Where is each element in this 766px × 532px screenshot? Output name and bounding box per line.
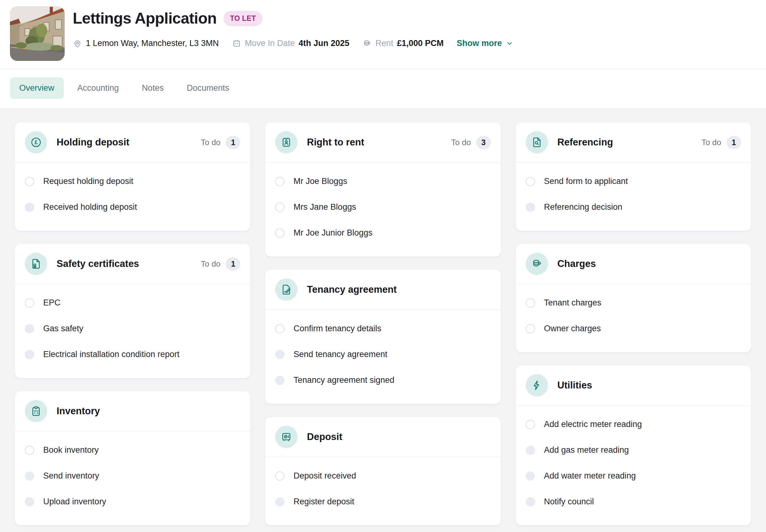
card-deposit: Deposit Deposit received Register deposi…	[265, 417, 501, 525]
safe-icon	[275, 426, 297, 448]
rent-label: Rent	[375, 39, 393, 48]
task-checkbox[interactable]	[275, 203, 284, 212]
task-checkbox[interactable]	[275, 376, 284, 385]
task-row[interactable]: Received holding deposit	[25, 194, 240, 220]
task-label: Upload inventory	[43, 497, 106, 507]
task-row[interactable]: Send form to applicant	[526, 168, 741, 194]
address-group: 1 Lemon Way, Manchester, L3 3MN	[73, 39, 219, 48]
task-label: Confirm tenancy details	[293, 324, 381, 333]
task-checkbox[interactable]	[526, 446, 535, 455]
card-title: Tenancy agreement	[307, 284, 491, 295]
tab-accounting[interactable]: Accounting	[68, 77, 128, 99]
task-row[interactable]: Referencing decision	[526, 194, 741, 220]
task-checkbox[interactable]	[25, 324, 34, 333]
card-inventory: Inventory Book inventory Send inventory …	[15, 391, 250, 525]
task-checkbox[interactable]	[25, 350, 34, 359]
status-badge: TO LET	[223, 11, 263, 26]
task-row[interactable]: Confirm tenancy details	[275, 316, 491, 342]
pound-circle-icon: £	[25, 131, 47, 154]
task-label: Notify council	[544, 497, 594, 507]
task-row[interactable]: Add water meter reading	[526, 463, 741, 489]
task-checkbox[interactable]	[526, 497, 535, 507]
task-label: Deposit received	[293, 471, 356, 481]
task-row[interactable]: Notify council	[526, 489, 741, 515]
show-more-button[interactable]: Show more	[457, 39, 513, 48]
task-label: Mr Joe Junior Bloggs	[293, 228, 372, 238]
task-label: Owner charges	[544, 324, 601, 333]
task-row[interactable]: Mrs Jane Bloggs	[275, 194, 491, 220]
task-row[interactable]: Tenancy agreement signed	[275, 367, 491, 393]
task-label: Add gas meter reading	[544, 445, 629, 455]
task-checkbox[interactable]	[275, 350, 284, 359]
bolt-icon	[526, 374, 548, 397]
todo-label: To do	[201, 259, 221, 269]
overview-board: £ Holding deposit To do 1 Request holdin…	[0, 108, 766, 532]
task-row[interactable]: EPC	[25, 290, 240, 316]
page: { "header": { "title": "Lettings Applica…	[0, 0, 766, 532]
task-checkbox[interactable]	[25, 298, 34, 308]
task-checkbox[interactable]	[275, 177, 284, 186]
task-row[interactable]: Register deposit	[275, 489, 491, 515]
task-checkbox[interactable]	[25, 177, 34, 186]
task-row[interactable]: Owner charges	[526, 316, 741, 342]
move-in-group: Move In Date 4th Jun 2025	[232, 39, 349, 48]
task-row[interactable]: Upload inventory	[25, 489, 240, 515]
certificate-icon	[25, 253, 47, 275]
task-checkbox[interactable]	[25, 471, 34, 481]
task-row[interactable]: Add electric meter reading	[526, 411, 741, 437]
card-holding-deposit: £ Holding deposit To do 1 Request holdin…	[15, 122, 250, 231]
task-checkbox[interactable]	[25, 446, 34, 455]
task-row[interactable]: Send tenancy agreement	[275, 342, 491, 367]
task-label: Add water meter reading	[544, 471, 636, 481]
todo-label: To do	[451, 138, 471, 147]
card-right-to-rent: Right to rent To do 3 Mr Joe Bloggs Mrs …	[265, 122, 501, 257]
task-checkbox[interactable]	[25, 203, 34, 212]
todo-count-badge: 1	[226, 257, 240, 271]
tab-notes[interactable]: Notes	[132, 77, 173, 99]
coins-icon	[362, 39, 372, 48]
task-row[interactable]: Add gas meter reading	[526, 437, 741, 463]
task-row[interactable]: Tenant charges	[526, 290, 741, 316]
tab-overview[interactable]: Overview	[10, 77, 64, 99]
task-checkbox[interactable]	[526, 298, 535, 308]
task-row[interactable]: Deposit received	[275, 463, 491, 489]
task-checkbox[interactable]	[526, 177, 535, 186]
task-checkbox[interactable]	[526, 471, 535, 481]
card-referencing: Referencing To do 1 Send form to applica…	[516, 122, 751, 231]
task-checkbox[interactable]	[526, 203, 535, 212]
task-checkbox[interactable]	[526, 324, 535, 333]
rent-value: £1,000 PCM	[397, 39, 444, 48]
task-row[interactable]: Mr Joe Bloggs	[275, 168, 491, 194]
document-search-icon	[526, 131, 548, 154]
task-checkbox[interactable]	[25, 497, 34, 507]
card-tenancy-agreement: Tenancy agreement Confirm tenancy detail…	[265, 270, 501, 404]
todo-status: To do 3	[451, 136, 491, 149]
tab-documents[interactable]: Documents	[177, 77, 239, 99]
todo-status: To do 1	[201, 257, 241, 271]
card-title: Inventory	[57, 406, 240, 417]
board-column-3: Referencing To do 1 Send form to applica…	[516, 122, 751, 525]
coins-stack-icon	[526, 253, 548, 275]
board-column-1: £ Holding deposit To do 1 Request holdin…	[15, 122, 250, 525]
task-row[interactable]: Book inventory	[25, 437, 240, 463]
task-row[interactable]: Request holding deposit	[25, 168, 240, 194]
task-row[interactable]: Send inventory	[25, 463, 240, 489]
task-label: Tenant charges	[544, 298, 602, 308]
task-checkbox[interactable]	[275, 324, 284, 333]
task-label: EPC	[43, 298, 61, 308]
card-safety-certificates: Safety certificates To do 1 EPC Gas safe…	[15, 244, 250, 378]
task-row[interactable]: Electrical installation condition report	[25, 342, 240, 367]
svg-text:£: £	[34, 139, 38, 145]
task-checkbox[interactable]	[275, 471, 284, 481]
task-row[interactable]: Gas safety	[25, 316, 240, 342]
card-utilities: Utilities Add electric meter reading Add…	[516, 365, 751, 525]
task-checkbox[interactable]	[526, 420, 535, 429]
task-label: Electrical installation condition report	[43, 350, 179, 359]
task-checkbox[interactable]	[275, 228, 284, 238]
task-row[interactable]: Mr Joe Junior Bloggs	[275, 220, 491, 246]
card-charges: Charges Tenant charges Owner charges	[516, 244, 751, 352]
property-photo	[10, 6, 65, 61]
task-label: Gas safety	[43, 324, 83, 333]
task-checkbox[interactable]	[275, 497, 284, 507]
card-title: Deposit	[307, 431, 491, 443]
